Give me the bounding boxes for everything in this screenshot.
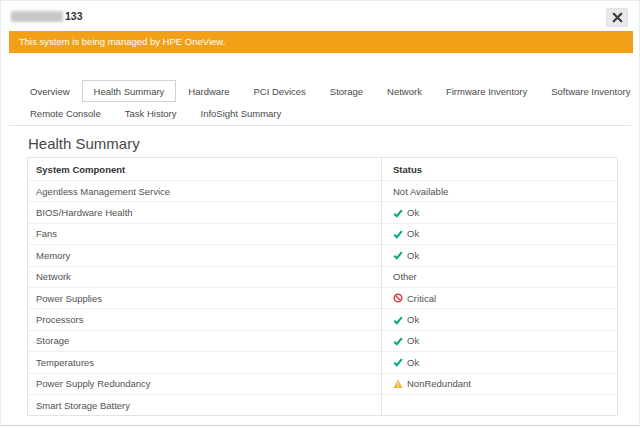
ok-icon — [393, 336, 403, 346]
banner-text: This system is being managed by HPE OneV… — [19, 36, 225, 47]
table-row: Temperatures Ok — [28, 351, 617, 372]
status-text: Not Available — [393, 186, 448, 197]
component-cell: BIOS/Hardware Health — [28, 202, 382, 222]
ok-icon — [393, 357, 403, 367]
tab-remote-console[interactable]: Remote Console — [18, 102, 113, 124]
ok-icon — [393, 208, 403, 218]
ok-icon — [393, 315, 403, 325]
status-text: Ok — [407, 228, 419, 239]
status-cell: Ok — [382, 331, 617, 351]
table-row: Agentless Management Service Not Availab… — [28, 180, 617, 201]
page-title: 133 — [65, 10, 83, 22]
table-row: Memory Ok — [28, 244, 617, 265]
table-row: Storage Ok — [28, 330, 617, 351]
tab-firmware-inventory[interactable]: Firmware Inventory — [434, 80, 539, 102]
status-cell: Critical — [382, 288, 617, 308]
component-cell: Power Supply Redundancy — [28, 374, 382, 394]
critical-icon — [393, 293, 403, 303]
status-text: Ok — [407, 207, 419, 218]
table-header-row: System Component Status — [28, 158, 617, 180]
ok-icon — [393, 250, 403, 260]
tabs-divider — [9, 125, 631, 126]
table-row: Network Other — [28, 266, 617, 287]
status-cell — [382, 395, 617, 415]
tab-storage[interactable]: Storage — [318, 80, 375, 102]
table-row: Power Supply Redundancy NonRedundant — [28, 373, 617, 394]
tabs-row-2: Remote Console Task History InfoSight Su… — [18, 102, 623, 124]
close-icon — [612, 12, 623, 23]
tab-software-inventory[interactable]: Software Inventory — [539, 80, 640, 102]
tab-hardware[interactable]: Hardware — [176, 80, 241, 102]
status-cell: Ok — [382, 224, 617, 244]
status-cell: Other — [382, 267, 617, 287]
status-text: Critical — [407, 293, 436, 304]
server-details-dialog: 133 This system is being managed by HPE … — [0, 0, 640, 426]
status-text: NonRedundant — [407, 378, 471, 389]
component-cell: Processors — [28, 309, 382, 329]
oneview-banner: This system is being managed by HPE OneV… — [9, 31, 633, 53]
tab-pci-devices[interactable]: PCI Devices — [242, 80, 318, 102]
status-text: Ok — [407, 250, 419, 261]
redacted-text — [11, 11, 63, 22]
component-cell: Power Supplies — [28, 288, 382, 308]
tab-network[interactable]: Network — [375, 80, 434, 102]
title-bar: 133 — [11, 7, 83, 25]
tabs-row-1: Overview Health Summary Hardware PCI Dev… — [18, 80, 623, 102]
status-cell: Ok — [382, 309, 617, 329]
status-cell: Ok — [382, 352, 617, 372]
status-text: Other — [393, 271, 417, 282]
tab-bar: Overview Health Summary Hardware PCI Dev… — [18, 80, 623, 124]
status-cell: NonRedundant — [382, 374, 617, 394]
status-text: Ok — [407, 314, 419, 325]
component-cell: Fans — [28, 224, 382, 244]
tab-overview[interactable]: Overview — [18, 80, 82, 102]
status-cell: Ok — [382, 245, 617, 265]
component-cell: Memory — [28, 245, 382, 265]
component-cell: Storage — [28, 331, 382, 351]
table-row: Fans Ok — [28, 223, 617, 244]
column-header-status: Status — [382, 158, 617, 180]
close-button[interactable] — [606, 8, 628, 27]
column-header-system-component: System Component — [28, 158, 382, 180]
ok-icon — [393, 229, 403, 239]
tab-infosight-summary[interactable]: InfoSight Summary — [189, 102, 294, 124]
status-text: Ok — [407, 335, 419, 346]
health-summary-table: System Component Status Agentless Manage… — [27, 157, 618, 416]
page-heading: Health Summary — [28, 135, 140, 152]
component-cell: Agentless Management Service — [28, 181, 382, 201]
table-row: Power Supplies Critical — [28, 287, 617, 308]
table-row: Smart Storage Battery — [28, 394, 617, 415]
table-row: BIOS/Hardware Health Ok — [28, 201, 617, 222]
component-cell: Temperatures — [28, 352, 382, 372]
component-cell: Smart Storage Battery — [28, 395, 382, 415]
table-row: Processors Ok — [28, 308, 617, 329]
status-cell: Not Available — [382, 181, 617, 201]
tab-health-summary[interactable]: Health Summary — [82, 80, 177, 102]
status-text: Ok — [407, 357, 419, 368]
status-cell: Ok — [382, 202, 617, 222]
warning-icon — [393, 379, 403, 389]
tab-task-history[interactable]: Task History — [113, 102, 189, 124]
component-cell: Network — [28, 267, 382, 287]
